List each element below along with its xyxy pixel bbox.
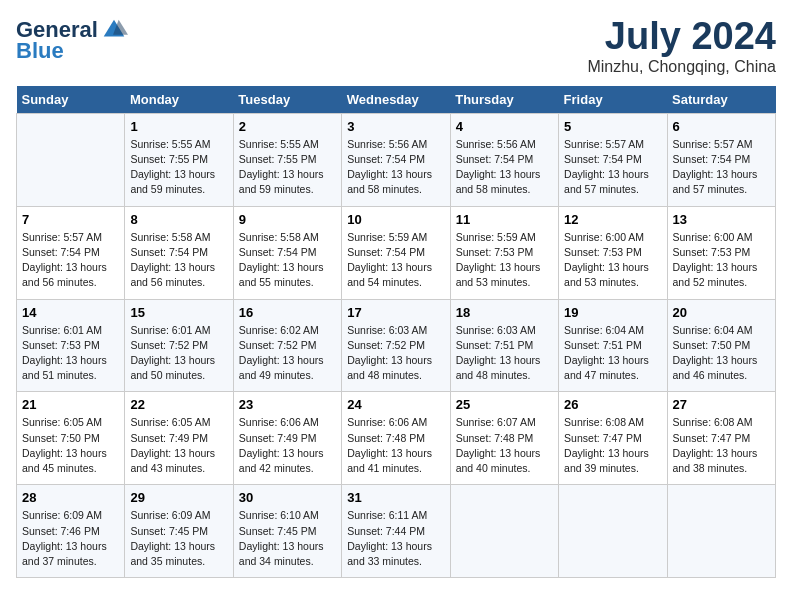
calendar-cell: 29Sunrise: 6:09 AMSunset: 7:45 PMDayligh… (125, 485, 233, 578)
day-info: Sunrise: 6:07 AMSunset: 7:48 PMDaylight:… (456, 415, 553, 476)
calendar-cell: 3Sunrise: 5:56 AMSunset: 7:54 PMDaylight… (342, 113, 450, 206)
calendar-week-row: 7Sunrise: 5:57 AMSunset: 7:54 PMDaylight… (17, 206, 776, 299)
day-info: Sunrise: 5:59 AMSunset: 7:54 PMDaylight:… (347, 230, 444, 291)
calendar-cell: 2Sunrise: 5:55 AMSunset: 7:55 PMDaylight… (233, 113, 341, 206)
calendar-cell: 6Sunrise: 5:57 AMSunset: 7:54 PMDaylight… (667, 113, 775, 206)
calendar-cell: 26Sunrise: 6:08 AMSunset: 7:47 PMDayligh… (559, 392, 667, 485)
day-info: Sunrise: 5:56 AMSunset: 7:54 PMDaylight:… (347, 137, 444, 198)
day-number: 14 (22, 305, 119, 320)
day-info: Sunrise: 6:00 AMSunset: 7:53 PMDaylight:… (673, 230, 770, 291)
day-info: Sunrise: 6:03 AMSunset: 7:52 PMDaylight:… (347, 323, 444, 384)
day-info: Sunrise: 6:09 AMSunset: 7:46 PMDaylight:… (22, 508, 119, 569)
calendar-cell: 21Sunrise: 6:05 AMSunset: 7:50 PMDayligh… (17, 392, 125, 485)
day-number: 20 (673, 305, 770, 320)
day-number: 22 (130, 397, 227, 412)
day-info: Sunrise: 6:03 AMSunset: 7:51 PMDaylight:… (456, 323, 553, 384)
calendar-cell: 30Sunrise: 6:10 AMSunset: 7:45 PMDayligh… (233, 485, 341, 578)
day-info: Sunrise: 6:05 AMSunset: 7:49 PMDaylight:… (130, 415, 227, 476)
header-day-thursday: Thursday (450, 86, 558, 114)
calendar-week-row: 28Sunrise: 6:09 AMSunset: 7:46 PMDayligh… (17, 485, 776, 578)
day-number: 9 (239, 212, 336, 227)
calendar-cell: 8Sunrise: 5:58 AMSunset: 7:54 PMDaylight… (125, 206, 233, 299)
day-info: Sunrise: 6:09 AMSunset: 7:45 PMDaylight:… (130, 508, 227, 569)
day-number: 19 (564, 305, 661, 320)
day-info: Sunrise: 6:08 AMSunset: 7:47 PMDaylight:… (673, 415, 770, 476)
calendar-cell: 19Sunrise: 6:04 AMSunset: 7:51 PMDayligh… (559, 299, 667, 392)
calendar-cell: 18Sunrise: 6:03 AMSunset: 7:51 PMDayligh… (450, 299, 558, 392)
day-number: 5 (564, 119, 661, 134)
header-day-sunday: Sunday (17, 86, 125, 114)
calendar-title: July 2024 (587, 16, 776, 58)
day-number: 31 (347, 490, 444, 505)
day-number: 23 (239, 397, 336, 412)
calendar-cell: 25Sunrise: 6:07 AMSunset: 7:48 PMDayligh… (450, 392, 558, 485)
day-info: Sunrise: 6:06 AMSunset: 7:48 PMDaylight:… (347, 415, 444, 476)
calendar-table: SundayMondayTuesdayWednesdayThursdayFrid… (16, 86, 776, 578)
calendar-cell: 15Sunrise: 6:01 AMSunset: 7:52 PMDayligh… (125, 299, 233, 392)
day-info: Sunrise: 5:58 AMSunset: 7:54 PMDaylight:… (239, 230, 336, 291)
day-number: 3 (347, 119, 444, 134)
day-info: Sunrise: 6:01 AMSunset: 7:53 PMDaylight:… (22, 323, 119, 384)
day-info: Sunrise: 5:55 AMSunset: 7:55 PMDaylight:… (239, 137, 336, 198)
calendar-cell (667, 485, 775, 578)
calendar-cell (450, 485, 558, 578)
day-info: Sunrise: 6:10 AMSunset: 7:45 PMDaylight:… (239, 508, 336, 569)
day-info: Sunrise: 5:57 AMSunset: 7:54 PMDaylight:… (564, 137, 661, 198)
day-info: Sunrise: 5:57 AMSunset: 7:54 PMDaylight:… (22, 230, 119, 291)
calendar-week-row: 14Sunrise: 6:01 AMSunset: 7:53 PMDayligh… (17, 299, 776, 392)
title-block: July 2024 Minzhu, Chongqing, China (587, 16, 776, 76)
calendar-cell: 17Sunrise: 6:03 AMSunset: 7:52 PMDayligh… (342, 299, 450, 392)
day-info: Sunrise: 6:05 AMSunset: 7:50 PMDaylight:… (22, 415, 119, 476)
page-header: General Blue July 2024 Minzhu, Chongqing… (16, 16, 776, 76)
calendar-cell: 27Sunrise: 6:08 AMSunset: 7:47 PMDayligh… (667, 392, 775, 485)
header-day-tuesday: Tuesday (233, 86, 341, 114)
day-info: Sunrise: 6:01 AMSunset: 7:52 PMDaylight:… (130, 323, 227, 384)
calendar-cell: 1Sunrise: 5:55 AMSunset: 7:55 PMDaylight… (125, 113, 233, 206)
day-number: 16 (239, 305, 336, 320)
day-info: Sunrise: 6:02 AMSunset: 7:52 PMDaylight:… (239, 323, 336, 384)
logo: General Blue (16, 16, 128, 64)
day-number: 12 (564, 212, 661, 227)
calendar-cell: 9Sunrise: 5:58 AMSunset: 7:54 PMDaylight… (233, 206, 341, 299)
day-info: Sunrise: 6:08 AMSunset: 7:47 PMDaylight:… (564, 415, 661, 476)
day-number: 26 (564, 397, 661, 412)
calendar-cell: 23Sunrise: 6:06 AMSunset: 7:49 PMDayligh… (233, 392, 341, 485)
day-info: Sunrise: 6:00 AMSunset: 7:53 PMDaylight:… (564, 230, 661, 291)
day-info: Sunrise: 5:56 AMSunset: 7:54 PMDaylight:… (456, 137, 553, 198)
header-day-wednesday: Wednesday (342, 86, 450, 114)
calendar-cell: 7Sunrise: 5:57 AMSunset: 7:54 PMDaylight… (17, 206, 125, 299)
day-info: Sunrise: 5:57 AMSunset: 7:54 PMDaylight:… (673, 137, 770, 198)
calendar-week-row: 21Sunrise: 6:05 AMSunset: 7:50 PMDayligh… (17, 392, 776, 485)
calendar-cell: 20Sunrise: 6:04 AMSunset: 7:50 PMDayligh… (667, 299, 775, 392)
day-number: 25 (456, 397, 553, 412)
day-info: Sunrise: 5:58 AMSunset: 7:54 PMDaylight:… (130, 230, 227, 291)
day-number: 17 (347, 305, 444, 320)
header-day-monday: Monday (125, 86, 233, 114)
day-number: 1 (130, 119, 227, 134)
header-day-friday: Friday (559, 86, 667, 114)
logo-blue: Blue (16, 38, 64, 64)
calendar-cell: 5Sunrise: 5:57 AMSunset: 7:54 PMDaylight… (559, 113, 667, 206)
day-info: Sunrise: 5:55 AMSunset: 7:55 PMDaylight:… (130, 137, 227, 198)
day-number: 21 (22, 397, 119, 412)
day-number: 11 (456, 212, 553, 227)
day-number: 18 (456, 305, 553, 320)
header-day-saturday: Saturday (667, 86, 775, 114)
calendar-cell (17, 113, 125, 206)
day-number: 27 (673, 397, 770, 412)
calendar-location: Minzhu, Chongqing, China (587, 58, 776, 76)
day-number: 8 (130, 212, 227, 227)
calendar-header-row: SundayMondayTuesdayWednesdayThursdayFrid… (17, 86, 776, 114)
day-number: 13 (673, 212, 770, 227)
day-number: 4 (456, 119, 553, 134)
calendar-cell: 16Sunrise: 6:02 AMSunset: 7:52 PMDayligh… (233, 299, 341, 392)
calendar-cell: 10Sunrise: 5:59 AMSunset: 7:54 PMDayligh… (342, 206, 450, 299)
day-number: 29 (130, 490, 227, 505)
day-number: 10 (347, 212, 444, 227)
day-number: 15 (130, 305, 227, 320)
day-number: 30 (239, 490, 336, 505)
day-info: Sunrise: 5:59 AMSunset: 7:53 PMDaylight:… (456, 230, 553, 291)
calendar-cell (559, 485, 667, 578)
day-info: Sunrise: 6:04 AMSunset: 7:51 PMDaylight:… (564, 323, 661, 384)
calendar-cell: 13Sunrise: 6:00 AMSunset: 7:53 PMDayligh… (667, 206, 775, 299)
